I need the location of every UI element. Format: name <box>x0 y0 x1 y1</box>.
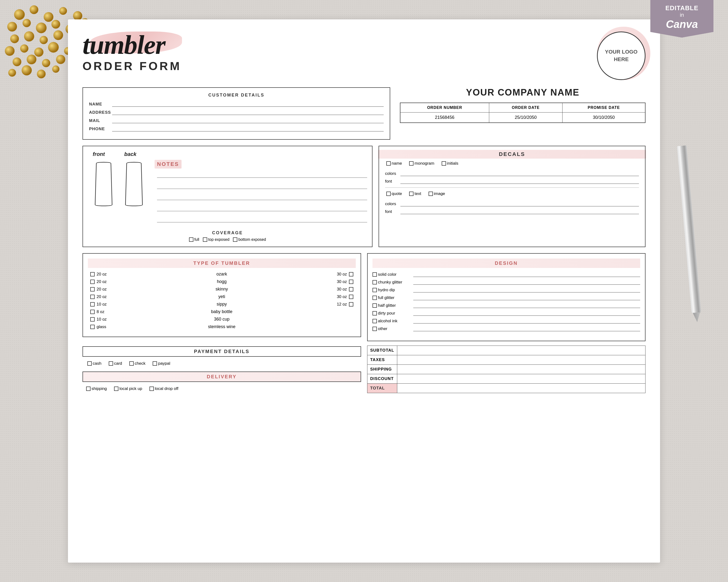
design-full-glitter: full glitter <box>372 295 641 300</box>
skinny-right-checkbox[interactable] <box>349 287 353 292</box>
discount-value[interactable] <box>397 374 646 384</box>
name-underline[interactable] <box>112 101 384 107</box>
middle-section: front back NOTES <box>82 146 646 247</box>
tumbler-type-area: TYPE OF TUMBLER 20 oz ozark 30 oz <box>82 253 361 337</box>
address-underline[interactable] <box>112 110 384 115</box>
decal-name-checkbox[interactable] <box>386 161 391 166</box>
glass-left-size: glass <box>90 325 110 329</box>
hydro-dip-underline[interactable] <box>413 287 641 293</box>
hogg-left-label: 20 oz <box>97 279 107 284</box>
glass-checkbox[interactable] <box>90 325 95 329</box>
decal-text-checkbox[interactable] <box>409 192 414 196</box>
full-glitter-checkbox[interactable] <box>372 296 377 300</box>
dirty-pour-underline[interactable] <box>413 310 641 316</box>
card-label: card <box>114 361 122 366</box>
check-checkbox[interactable] <box>129 361 134 366</box>
decal-font-underline[interactable] <box>400 178 639 184</box>
paypal-checkbox[interactable] <box>153 361 157 366</box>
solid-color-label: solid color <box>378 272 397 277</box>
sippy-right-size: 12 oz <box>334 302 353 307</box>
other-label: other <box>378 326 388 331</box>
solid-color-checkbox[interactable] <box>372 272 377 277</box>
order-number-value[interactable]: 21568456 <box>400 113 489 123</box>
hydro-dip-label: hydro dip <box>378 287 395 293</box>
tumbler-row-baby-bottle: 8 oz baby bottle <box>88 309 356 314</box>
local-dropoff-checkbox[interactable] <box>150 387 154 391</box>
subtotal-row: SUBTOTAL <box>367 346 646 355</box>
decal-art-font-underline[interactable] <box>400 209 639 214</box>
local-pickup-checkbox[interactable] <box>114 387 119 391</box>
design-alcohol-ink: alcohol ink <box>372 318 641 324</box>
subtotal-label: SUBTOTAL <box>367 346 397 355</box>
skinny-left-checkbox[interactable] <box>90 287 95 292</box>
half-glitter-checkbox[interactable] <box>372 303 377 308</box>
360cup-left-size: 10 oz <box>90 317 110 322</box>
sippy-right-checkbox[interactable] <box>349 302 353 306</box>
yeti-left-checkbox[interactable] <box>90 295 95 299</box>
decal-monogram-checkbox[interactable] <box>409 161 414 166</box>
order-date-value[interactable]: 25/10/2050 <box>489 113 563 123</box>
hogg-right-checkbox[interactable] <box>349 280 353 284</box>
notes-line-1[interactable] <box>157 171 367 178</box>
decal-art-colors-underline[interactable] <box>400 201 639 206</box>
decal-image-checkbox[interactable] <box>428 192 433 196</box>
payment-header: PAYMENT DETAILS <box>82 346 361 357</box>
baby-bottle-checkbox[interactable] <box>90 310 95 314</box>
other-underline[interactable] <box>413 326 641 331</box>
ozark-left-checkbox[interactable] <box>90 272 95 276</box>
alcohol-ink-label: alcohol ink <box>378 318 397 324</box>
yeti-right-checkbox[interactable] <box>349 295 353 299</box>
360cup-checkbox[interactable] <box>90 317 95 322</box>
payment-card: card <box>109 361 122 366</box>
svg-point-21 <box>12 57 21 66</box>
promise-date-value[interactable]: 30/10/2050 <box>563 113 645 123</box>
notes-line-4[interactable] <box>157 204 367 211</box>
title-area: tumbler ORDER FORM <box>82 31 587 73</box>
ozark-right-checkbox[interactable] <box>349 272 353 276</box>
card-checkbox[interactable] <box>109 361 113 366</box>
taxes-value[interactable] <box>397 355 646 365</box>
badge-in: in <box>655 12 709 18</box>
delivery-shipping: shipping <box>86 386 107 391</box>
chunky-glitter-underline[interactable] <box>413 279 641 285</box>
mail-underline[interactable] <box>112 118 384 123</box>
phone-underline[interactable] <box>112 126 384 132</box>
shipping-value[interactable] <box>397 365 646 374</box>
tumbler-row-hogg: 20 oz hogg 30 oz <box>88 279 356 284</box>
svg-point-24 <box>56 55 65 64</box>
full-checkbox[interactable] <box>189 238 193 242</box>
dirty-pour-checkbox[interactable] <box>372 311 377 315</box>
full-glitter-underline[interactable] <box>413 295 641 300</box>
decal-initials-checkbox[interactable] <box>442 161 446 166</box>
decal-quote-checkbox[interactable] <box>386 192 391 196</box>
hogg-left-checkbox[interactable] <box>90 280 95 284</box>
notes-line-5[interactable] <box>157 216 367 222</box>
tumbler-row-sippy: 10 oz sippy 12 oz <box>88 302 356 307</box>
hydro-dip-checkbox[interactable] <box>372 288 377 292</box>
solid-color-underline[interactable] <box>413 272 641 277</box>
glass-left-label: glass <box>97 325 106 329</box>
shipping-label: shipping <box>92 386 107 391</box>
half-glitter-underline[interactable] <box>413 303 641 308</box>
half-glitter-option: half glitter <box>372 303 411 308</box>
shipping-checkbox[interactable] <box>86 387 90 391</box>
notes-line-2[interactable] <box>157 182 367 189</box>
svg-point-26 <box>22 65 32 76</box>
design-half-glitter: half glitter <box>372 303 641 308</box>
alcohol-ink-underline[interactable] <box>413 318 641 324</box>
design-chunky-glitter: chunky glitter <box>372 279 641 285</box>
alcohol-ink-checkbox[interactable] <box>372 319 377 323</box>
notes-line-3[interactable] <box>157 193 367 200</box>
cash-checkbox[interactable] <box>87 361 92 366</box>
decal-colors-underline[interactable] <box>400 171 639 176</box>
total-value[interactable] <box>397 384 646 393</box>
top-exposed-checkbox[interactable] <box>203 238 207 242</box>
chunky-glitter-checkbox[interactable] <box>372 280 377 284</box>
design-other: other <box>372 326 641 331</box>
subtotal-value[interactable] <box>397 346 646 355</box>
coverage-full: full <box>189 238 199 242</box>
skinny-name: skinny <box>110 287 334 292</box>
bottom-exposed-checkbox[interactable] <box>233 238 237 242</box>
other-checkbox[interactable] <box>372 327 377 331</box>
sippy-left-checkbox[interactable] <box>90 302 95 306</box>
